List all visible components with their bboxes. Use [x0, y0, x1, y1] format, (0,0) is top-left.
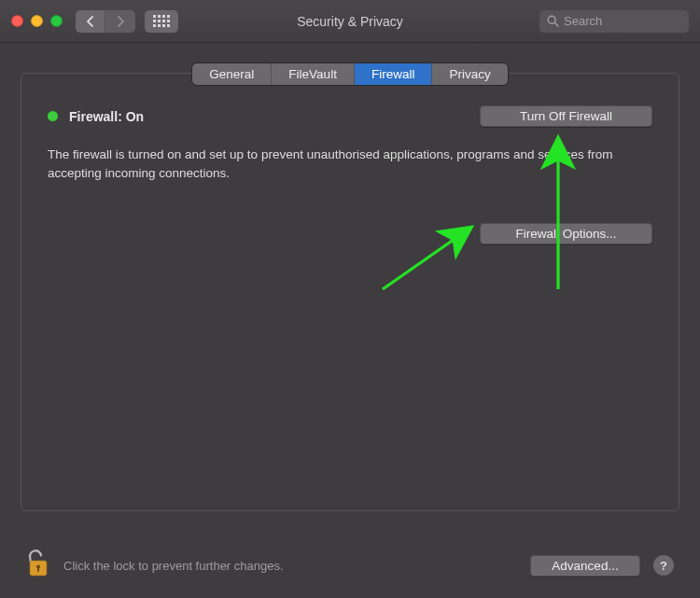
tab-firewall[interactable]: Firewall — [355, 63, 433, 85]
svg-rect-5 — [37, 567, 39, 572]
grid-icon — [153, 15, 170, 27]
close-window-button[interactable] — [11, 15, 23, 27]
search-field[interactable] — [539, 10, 689, 33]
advanced-button[interactable]: Advanced... — [530, 555, 640, 577]
nav-buttons — [76, 10, 135, 33]
tab-general[interactable]: General — [192, 63, 272, 85]
search-input[interactable] — [564, 14, 681, 28]
firewall-options-button[interactable]: Firewall Options... — [480, 223, 652, 244]
forward-button[interactable] — [105, 10, 135, 33]
lock-hint-text: Click the lock to prevent further change… — [63, 559, 284, 573]
tab-bar: General FileVault Firewall Privacy — [0, 63, 700, 85]
footer-bar: Click the lock to prevent further change… — [0, 533, 700, 598]
status-dot-icon — [48, 111, 58, 121]
zoom-window-button[interactable] — [50, 15, 63, 27]
svg-line-1 — [554, 22, 558, 26]
lock-button[interactable] — [26, 549, 50, 582]
turn-off-firewall-button[interactable]: Turn Off Firewall — [480, 105, 652, 127]
minimize-window-button[interactable] — [31, 15, 43, 27]
tab-filevault[interactable]: FileVault — [272, 63, 355, 85]
back-button[interactable] — [76, 10, 105, 33]
firewall-status-label: Firewall: On — [69, 109, 144, 124]
lock-open-icon — [26, 549, 50, 578]
show-all-button[interactable] — [145, 10, 178, 33]
firewall-status-row: Firewall: On Turn Off Firewall — [48, 105, 652, 127]
titlebar: Security & Privacy — [0, 0, 700, 43]
chevron-left-icon — [86, 16, 94, 27]
search-icon — [547, 15, 559, 27]
firewall-panel: Firewall: On Turn Off Firewall The firew… — [21, 73, 679, 511]
firewall-description: The firewall is turned on and set up to … — [48, 146, 645, 182]
window-controls — [11, 15, 63, 27]
chevron-right-icon — [117, 16, 125, 27]
help-button[interactable]: ? — [653, 555, 674, 576]
tab-privacy[interactable]: Privacy — [432, 63, 507, 85]
